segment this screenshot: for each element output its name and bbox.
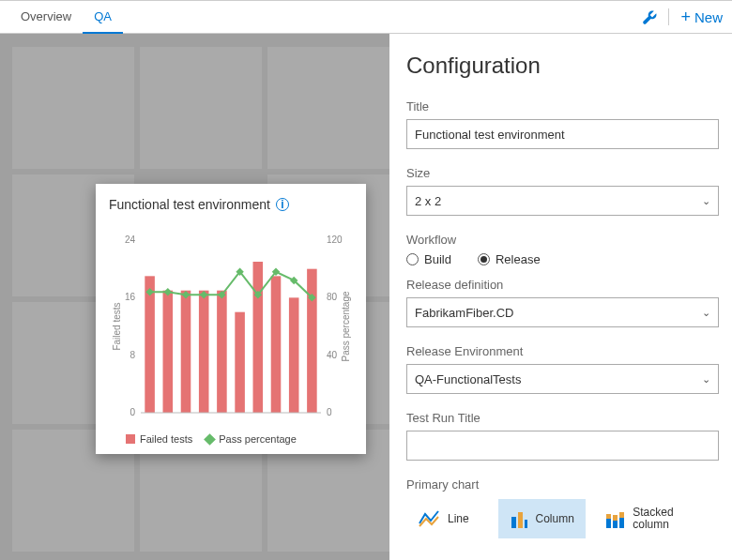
radio-build[interactable]: Build [406, 252, 451, 266]
svg-rect-15 [235, 312, 245, 413]
chart-type-line[interactable]: Line [406, 499, 491, 538]
svg-text:24: 24 [125, 235, 136, 245]
svg-text:0: 0 [130, 407, 135, 417]
tab-bar: Overview QA + New [0, 0, 732, 34]
svg-rect-14 [217, 291, 227, 413]
svg-rect-31 [511, 517, 516, 528]
stacked-column-chart-icon [604, 509, 625, 528]
configure-icon[interactable] [643, 10, 657, 24]
chevron-down-icon: ⌄ [702, 307, 710, 319]
svg-rect-10 [145, 276, 155, 413]
grid-cell[interactable] [12, 47, 134, 169]
testrun-label: Test Run Title [406, 411, 719, 425]
dashboard-grid[interactable]: Functional test environment i 0816240408… [0, 34, 389, 560]
relenv-select[interactable]: QA-FunctionalTests ⌄ [406, 364, 719, 394]
chart-type-column[interactable]: Column [498, 499, 586, 538]
radio-icon [478, 253, 490, 265]
svg-rect-39 [619, 512, 624, 518]
svg-rect-35 [606, 514, 611, 519]
column-chart-icon [510, 509, 527, 528]
legend: Failed tests Pass percentage [109, 433, 353, 445]
plus-icon: + [680, 8, 691, 27]
svg-rect-36 [613, 521, 618, 528]
info-icon[interactable]: i [276, 198, 289, 211]
svg-text:40: 40 [327, 350, 338, 360]
grid-cell[interactable] [140, 47, 262, 169]
radio-icon [406, 253, 419, 265]
tab-qa[interactable]: QA [83, 0, 123, 34]
relenv-label: Release Environment [406, 344, 719, 358]
svg-rect-38 [619, 518, 624, 528]
size-select[interactable]: 2 x 2 ⌄ [406, 186, 719, 216]
primary-chart-label: Primary chart [406, 477, 719, 492]
legend-pass: Pass percentage [206, 433, 297, 445]
legend-swatch-pass [204, 433, 216, 446]
reldef-label: Release definition [406, 278, 719, 292]
svg-text:16: 16 [125, 292, 136, 302]
new-button[interactable]: + New [680, 8, 723, 27]
svg-rect-32 [518, 512, 523, 528]
title-input[interactable] [406, 119, 719, 149]
svg-text:0: 0 [327, 407, 332, 417]
svg-text:80: 80 [327, 292, 338, 302]
widget-title: Functional test environment [109, 197, 270, 212]
chevron-down-icon: ⌄ [702, 195, 710, 207]
svg-rect-17 [271, 276, 282, 413]
size-label: Size [406, 166, 719, 180]
new-label: New [694, 9, 723, 25]
chart-area: 08162404080120Failed testsPass percentag… [109, 218, 353, 430]
tab-overview[interactable]: Overview [9, 0, 83, 34]
title-label: Title [406, 99, 719, 114]
svg-rect-37 [613, 515, 618, 521]
divider [668, 8, 669, 25]
svg-text:8: 8 [130, 350, 135, 360]
svg-rect-13 [199, 291, 209, 413]
widget-title-row: Functional test environment i [109, 197, 353, 212]
svg-rect-18 [289, 297, 299, 413]
reldef-select[interactable]: FabrikamFiber.CD ⌄ [406, 297, 719, 327]
radio-release[interactable]: Release [478, 252, 541, 266]
svg-rect-12 [181, 291, 191, 413]
svg-rect-34 [606, 519, 611, 528]
config-panel: Configuration Title Size 2 x 2 ⌄ Workflo… [389, 34, 732, 560]
svg-rect-11 [163, 291, 174, 413]
widget-card[interactable]: Functional test environment i 0816240408… [96, 184, 366, 454]
chevron-down-icon: ⌄ [702, 373, 710, 386]
svg-rect-19 [307, 269, 317, 413]
legend-swatch-failed [126, 434, 135, 444]
svg-text:Failed tests: Failed tests [112, 302, 122, 350]
svg-text:120: 120 [327, 235, 343, 245]
chart-type-stacked[interactable]: Stacked column [593, 499, 719, 538]
workflow-label: Workflow [406, 233, 719, 247]
config-heading: Configuration [406, 53, 719, 79]
line-chart-icon [418, 509, 440, 528]
svg-text:Pass percentage: Pass percentage [341, 291, 351, 361]
svg-rect-16 [253, 262, 264, 413]
legend-failed: Failed tests [126, 433, 192, 445]
testrun-input[interactable] [406, 431, 719, 461]
svg-rect-33 [525, 520, 527, 528]
grid-cell[interactable] [267, 47, 389, 169]
